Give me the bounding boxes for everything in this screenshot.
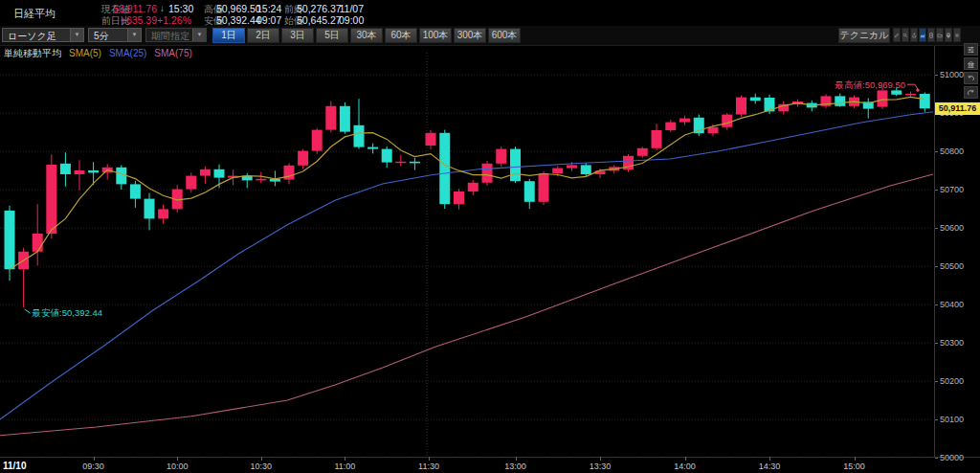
period-button-1日[interactable]: 1日 <box>212 28 245 43</box>
price-direction-icon: ↓ <box>160 3 165 13</box>
change-percent: +1.26% <box>155 14 191 26</box>
open-value: 50,645.27 <box>297 14 335 26</box>
candlestick-chart[interactable]: 最安値:50,392.44最高値:50,969.50 <box>0 0 980 473</box>
export-icon[interactable] <box>910 28 918 42</box>
y-axis-label: 51000 <box>940 70 964 79</box>
x-axis-label: 11:00 <box>334 462 355 471</box>
x-axis-label: 10:00 <box>167 462 189 471</box>
pencil-icon[interactable] <box>893 28 901 42</box>
x-axis-label: 15:00 <box>843 462 865 471</box>
redo-icon[interactable] <box>964 86 978 99</box>
y-axis-tick <box>935 381 938 382</box>
y-axis-tick <box>935 75 938 76</box>
period-button-300本[interactable]: 300本 <box>454 28 486 43</box>
adjust-icon[interactable] <box>964 43 978 56</box>
y-axis-label: 50000 <box>940 453 964 462</box>
chevron-down-icon <box>70 29 83 41</box>
prev-close-value: 50,276.37 <box>297 3 335 14</box>
x-axis-tick <box>600 457 601 461</box>
y-axis-tick <box>935 458 938 459</box>
y-axis-tick <box>935 419 938 420</box>
period-button-3日[interactable]: 3日 <box>281 28 314 43</box>
x-axis-label: 14:30 <box>759 462 781 471</box>
period-buttons-group: 1日2日3日5日30本60本100本300本600本 <box>212 28 521 43</box>
high-time: 15:24 <box>256 3 279 14</box>
area-chart-icon[interactable] <box>919 28 926 42</box>
legend-item-SMA(25): SMA(25) <box>109 48 146 58</box>
y-axis-label: 50300 <box>940 338 964 348</box>
chart-type-select[interactable]: ローソク足 <box>2 28 84 42</box>
x-axis-tick <box>769 457 770 461</box>
document-icon[interactable] <box>927 28 935 42</box>
legend-item-SMA(5): SMA(5) <box>69 48 101 58</box>
settings-icon[interactable] <box>953 28 961 42</box>
building-icon[interactable] <box>964 57 978 70</box>
chart-type-select-label: ローソク足 <box>8 31 56 41</box>
y-axis-tick <box>935 190 938 191</box>
x-axis-label: 13:30 <box>590 462 612 471</box>
x-axis-label: 09:30 <box>82 462 104 471</box>
side-icons-group <box>964 43 978 99</box>
sma-legend: 単純移動平均SMA(5)SMA(25)SMA(75) <box>4 47 208 58</box>
x-axis-tick <box>516 457 517 461</box>
svg-text:最安値:50,392.44: 最安値:50,392.44 <box>32 307 102 318</box>
period-range-select-label: 期間指定 <box>151 31 189 41</box>
period-button-30本[interactable]: 30本 <box>350 28 383 43</box>
y-axis-tick <box>935 228 938 229</box>
period-button-100本[interactable]: 100本 <box>419 28 452 43</box>
folder-icon[interactable] <box>936 28 944 42</box>
y-axis-tick <box>935 151 938 152</box>
x-axis-tick <box>177 457 178 461</box>
change-value: +635.39 <box>109 14 157 26</box>
chevron-down-icon <box>192 29 206 41</box>
y-axis-label: 50600 <box>940 223 964 233</box>
period-button-5日[interactable]: 5日 <box>316 28 348 43</box>
high-value: 50,969.50 <box>216 3 253 14</box>
quote-header: 日経平均 現在値 50,911.76 ↓ 15:30 前日比 +635.39 +… <box>0 0 980 26</box>
prev-close-date: 11/07 <box>339 3 364 14</box>
y-axis-label: 50800 <box>940 146 964 156</box>
open-time: 09:00 <box>339 14 364 26</box>
low-time: 09:07 <box>256 14 279 26</box>
x-axis-tick <box>855 457 856 461</box>
undo-icon[interactable] <box>964 72 978 84</box>
magnifier-icon[interactable] <box>902 28 909 42</box>
axis-horizontal-border <box>0 457 980 458</box>
low-value: 50,392.44 <box>216 14 253 26</box>
y-axis-label: 50500 <box>940 261 964 271</box>
period-button-600本[interactable]: 600本 <box>488 28 521 43</box>
x-axis-tick <box>345 457 345 461</box>
period-button-60本[interactable]: 60本 <box>385 28 417 43</box>
date-label: 11/10 <box>3 461 26 471</box>
technical-button[interactable]: テクニカル <box>838 28 890 43</box>
y-axis-tick <box>935 266 938 267</box>
chart-toolbar: ローソク足 5分 期間指定 1日2日3日5日30本60本100本300本600本… <box>0 26 980 46</box>
x-axis-tick <box>94 457 95 461</box>
printer-icon[interactable] <box>945 28 952 42</box>
toolbar-icons-group <box>893 28 961 43</box>
x-axis-label: 13:00 <box>504 462 526 471</box>
current-price-time: 15:30 <box>168 3 191 14</box>
symbol-name: 日経平均 <box>13 7 56 21</box>
y-axis-label: 50200 <box>940 376 964 386</box>
current-price-tag: 50,911.76 <box>935 102 980 115</box>
legend-title: 単純移動平均 <box>4 48 61 58</box>
y-axis-tick <box>935 304 938 305</box>
period-button-2日[interactable]: 2日 <box>247 28 279 43</box>
svg-text:最高値:50,969.50: 最高値:50,969.50 <box>835 79 905 90</box>
y-axis-label: 50700 <box>940 185 964 194</box>
y-axis-label: 50100 <box>940 415 964 424</box>
current-price-value: 50,911.76 <box>109 3 157 14</box>
y-axis-tick <box>935 343 938 344</box>
period-range-select[interactable]: 期間指定 <box>145 28 207 42</box>
legend-item-SMA(75): SMA(75) <box>154 48 191 58</box>
x-axis-tick <box>261 457 262 461</box>
legend-items: SMA(5)SMA(25)SMA(75) <box>69 48 200 58</box>
x-axis-label: 14:00 <box>674 462 696 471</box>
x-axis-label: 11:30 <box>418 462 439 471</box>
interval-select[interactable]: 5分 <box>88 28 142 42</box>
x-axis-label: 10:30 <box>251 462 273 471</box>
y-axis-label: 50400 <box>940 300 964 309</box>
x-axis-tick <box>429 457 430 461</box>
x-axis-tick <box>685 457 686 461</box>
